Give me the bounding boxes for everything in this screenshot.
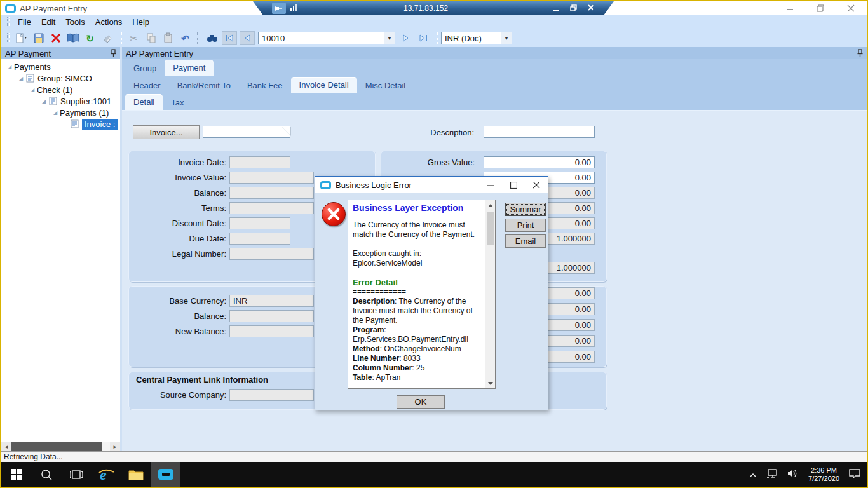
- tab-misc-detail[interactable]: Misc Detail: [357, 78, 414, 93]
- clear-icon[interactable]: [98, 30, 116, 46]
- dialog-minimize-button[interactable]: [479, 177, 502, 193]
- error-detail-heading: Error Detail: [353, 278, 482, 287]
- system-tray: 2:36 PM 7/27/2020: [749, 462, 867, 487]
- rdp-pin-icon[interactable]: [272, 3, 286, 14]
- svg-text:e: e: [100, 466, 107, 483]
- tabs-group-level: Group Payment: [122, 59, 867, 76]
- refresh-icon[interactable]: ↻: [81, 30, 98, 46]
- action-center-icon[interactable]: [849, 468, 860, 481]
- ok-button[interactable]: OK: [397, 395, 445, 409]
- error-heading: Business Layer Exception: [353, 203, 482, 213]
- menu-edit[interactable]: Edit: [36, 16, 60, 28]
- rdp-minimize-button[interactable]: [553, 3, 560, 14]
- scroll-up-arrow-icon[interactable]: [485, 200, 495, 210]
- tray-chevron-up-icon[interactable]: [749, 469, 757, 480]
- expander-icon[interactable]: ◢: [17, 76, 25, 81]
- start-button[interactable]: [1, 462, 31, 487]
- tab-bank-remit-to[interactable]: Bank/Remit To: [169, 78, 239, 93]
- dialog-close-button[interactable]: [525, 177, 548, 193]
- legal-number-label: Legal Number:: [125, 249, 226, 259]
- tree-item-check[interactable]: ◢ Check (1): [1, 84, 120, 95]
- scrollbar-thumb[interactable]: [11, 442, 102, 451]
- print-button[interactable]: Print: [505, 219, 546, 232]
- taskbar: e 2:36 PM 7/27/2020: [1, 462, 867, 487]
- search-binoculars-icon[interactable]: [203, 30, 220, 46]
- book-icon[interactable]: [64, 30, 81, 46]
- task-view-icon[interactable]: [61, 462, 91, 487]
- window-minimize-button[interactable]: [785, 4, 794, 13]
- tab-bank-fee[interactable]: Bank Fee: [239, 78, 291, 93]
- invoice-search-button[interactable]: Invoice...: [133, 125, 200, 139]
- toolbar-grip: [7, 33, 10, 43]
- expander-icon[interactable]: ◢: [5, 64, 14, 70]
- tab-detail[interactable]: Detail: [125, 94, 163, 110]
- description-field[interactable]: [484, 126, 595, 138]
- tree-item-invoice[interactable]: Invoice :: [1, 118, 120, 130]
- next-record-button[interactable]: [397, 30, 414, 46]
- menu-file[interactable]: File: [13, 16, 36, 28]
- tabs-invoice-level: Detail Tax: [122, 93, 867, 111]
- delete-icon[interactable]: [47, 30, 64, 46]
- tree-item-supplier[interactable]: ◢ Supplier:1001: [1, 95, 120, 107]
- tree-horizontal-scrollbar[interactable]: ◄ ►: [1, 442, 120, 451]
- form-icon: [70, 119, 80, 128]
- menu-tools[interactable]: Tools: [60, 16, 90, 28]
- menu-bar: File Edit Tools Actions Help: [1, 15, 867, 29]
- email-button[interactable]: Email: [505, 234, 546, 248]
- taskbar-clock[interactable]: 2:36 PM 7/27/2020: [808, 466, 839, 483]
- dialog-maximize-button[interactable]: [502, 177, 525, 193]
- network-icon[interactable]: [766, 469, 778, 480]
- summary-button[interactable]: Summar: [505, 203, 546, 216]
- tab-group[interactable]: Group: [125, 60, 165, 76]
- menu-help[interactable]: Help: [127, 16, 154, 28]
- file-explorer-icon[interactable]: [121, 462, 151, 487]
- expander-icon[interactable]: ◢: [51, 110, 60, 116]
- tree-item-payments-child[interactable]: ◢ Payments (1): [1, 107, 120, 118]
- scroll-down-arrow-icon[interactable]: [485, 378, 495, 388]
- scrollbar-thumb[interactable]: [487, 212, 494, 245]
- tree-panel: AP Payment ◢ Payments ◢ Group: SIMCO ◢ C…: [1, 47, 122, 451]
- terms-label: Terms:: [125, 203, 226, 213]
- dialog-vertical-scrollbar[interactable]: [485, 200, 495, 388]
- tree-item-group[interactable]: ◢ Group: SIMCO: [1, 72, 120, 84]
- detail-method: Method: OnChangeInvoiceNum: [353, 344, 482, 354]
- scroll-right-arrow-icon[interactable]: ►: [110, 442, 120, 451]
- undo-icon[interactable]: ↶: [177, 30, 194, 46]
- pin-icon[interactable]: [111, 49, 116, 58]
- chevron-down-icon[interactable]: ▼: [384, 32, 395, 44]
- pin-icon[interactable]: [857, 49, 863, 58]
- chevron-down-icon[interactable]: ▼: [501, 32, 512, 44]
- internet-explorer-icon[interactable]: e: [91, 462, 121, 487]
- taskbar-search-icon[interactable]: [31, 462, 61, 487]
- expander-icon[interactable]: ◢: [39, 98, 48, 104]
- toolbar: ↻ ✂ ↶ 10010 ▼: [1, 29, 867, 47]
- tree-item-payments[interactable]: ◢ Payments: [1, 61, 120, 72]
- rdp-restore-button[interactable]: [570, 3, 578, 14]
- previous-record-button[interactable]: [240, 31, 255, 45]
- new-icon[interactable]: [13, 30, 30, 46]
- scroll-left-arrow-icon[interactable]: ◄: [1, 442, 11, 451]
- invoice-number-field[interactable]: [203, 126, 290, 138]
- tab-header[interactable]: Header: [125, 78, 169, 93]
- tab-tax[interactable]: Tax: [163, 95, 192, 110]
- rdp-close-button[interactable]: [588, 3, 595, 14]
- error-message: The Currency of the Invoice must match t…: [353, 220, 482, 240]
- tree-item-label: Payments (1): [60, 108, 109, 118]
- currency-mode-combobox[interactable]: INR (Doc) ▼: [441, 32, 512, 44]
- tab-payment[interactable]: Payment: [165, 60, 214, 76]
- epicor-taskbar-icon[interactable]: [151, 462, 180, 487]
- gross-value-field[interactable]: 0.00: [484, 156, 595, 168]
- tab-invoice-detail[interactable]: Invoice Detail: [291, 77, 357, 93]
- last-record-button[interactable]: [414, 30, 431, 46]
- expander-icon[interactable]: ◢: [28, 87, 37, 93]
- volume-icon[interactable]: [787, 469, 799, 480]
- record-id-combobox[interactable]: 10010 ▼: [258, 32, 395, 44]
- first-record-button[interactable]: [222, 31, 237, 45]
- window-close-button[interactable]: [846, 4, 855, 13]
- detail-program: Program: Erp.Services.BO.PaymentEntry.dl…: [353, 325, 482, 344]
- payment-tree: ◢ Payments ◢ Group: SIMCO ◢ Check (1) ◢ …: [1, 59, 120, 442]
- save-icon[interactable]: [30, 30, 47, 46]
- menu-actions[interactable]: Actions: [90, 16, 128, 28]
- window-maximize-button[interactable]: [816, 4, 825, 13]
- rdp-address: 13.71.83.152: [299, 4, 553, 13]
